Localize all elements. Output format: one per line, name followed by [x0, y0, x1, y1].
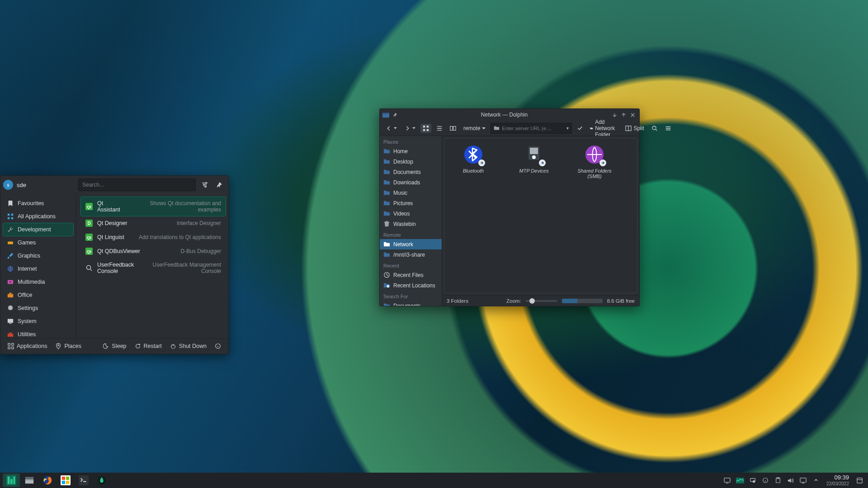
split-button[interactable]: Split	[623, 124, 646, 133]
app-userfeedback-console[interactable]: UserFeedback ConsoleUserFeedback Managem…	[81, 258, 226, 277]
category-label: Graphics	[18, 253, 40, 259]
compact-view-button[interactable]	[434, 124, 445, 133]
app-description: Shows Qt documentation and examples	[130, 200, 221, 213]
place-network[interactable]: Network	[380, 239, 442, 249]
task-file-manager[interactable]	[21, 474, 38, 487]
svg-rect-72	[857, 478, 862, 483]
forward-button[interactable]	[402, 124, 418, 133]
applications-tab[interactable]: Applications	[5, 341, 50, 351]
category-system[interactable]: System	[3, 315, 73, 328]
svg-point-47	[532, 155, 536, 159]
place-music[interactable]: Music	[380, 188, 442, 198]
search-field[interactable]	[82, 182, 192, 188]
place--mnt-i3-share[interactable]: /mnt/i3-share	[380, 249, 442, 260]
user-avatar[interactable]: s	[3, 180, 13, 190]
shutdown-button[interactable]: Shut Down	[167, 341, 209, 351]
location-label: remote	[463, 125, 480, 131]
zoom-slider[interactable]	[526, 300, 557, 302]
svg-point-0	[206, 183, 207, 184]
back-button[interactable]	[383, 124, 399, 133]
app-qt-assistant[interactable]: QtQt AssistantShows Qt documentation and…	[81, 197, 226, 216]
window-title: Network — Dolphin	[399, 112, 609, 118]
file-label: MTP Devices	[519, 168, 549, 174]
restart-button[interactable]: Restart	[132, 341, 165, 351]
task-terminal[interactable]	[75, 474, 92, 487]
svg-rect-52	[14, 477, 15, 484]
url-input[interactable]: ▾	[491, 123, 572, 134]
app-qt-qdbusviewer[interactable]: QtQt QDBusViewerD-Bus Debugger	[81, 244, 226, 258]
category-favourites[interactable]: Favourites	[3, 197, 73, 210]
hamburger-menu-button[interactable]	[663, 124, 674, 133]
place-label: Wastebin	[393, 221, 416, 227]
desktop-icon[interactable]	[722, 474, 733, 486]
task-ms-store[interactable]	[57, 474, 74, 487]
file-mtp-devices[interactable]: MTP Devices	[513, 144, 555, 174]
url-go-button[interactable]	[575, 124, 585, 132]
chevron-icon[interactable]	[810, 474, 822, 486]
category-internet[interactable]: Internet	[3, 263, 73, 275]
category-label: System	[18, 318, 37, 324]
task-firefox[interactable]	[39, 474, 56, 487]
location-breadcrumb[interactable]: remote	[461, 124, 488, 133]
sleep-button[interactable]: Sleep	[100, 341, 129, 351]
category-games[interactable]: Games	[3, 236, 73, 249]
place-downloads[interactable]: Downloads	[380, 177, 442, 188]
taskbar: 09:39 22/03/2022	[0, 473, 868, 488]
place-desktop[interactable]: Desktop	[380, 156, 442, 167]
chevron-down-icon[interactable]: ▾	[566, 126, 569, 131]
volume-icon[interactable]	[785, 474, 797, 486]
close-button[interactable]	[628, 111, 637, 119]
icon-grid[interactable]: BluetoothMTP DevicesShared Folders (SMB)	[444, 138, 637, 293]
pin-icon[interactable]	[214, 179, 225, 190]
notification-icon[interactable]	[854, 474, 865, 486]
app-qt-designer[interactable]: DQt DesignerInterface Designer	[81, 216, 226, 230]
about-button[interactable]	[212, 341, 224, 351]
place-videos[interactable]: Videos	[380, 208, 442, 219]
maximize-button[interactable]	[619, 111, 627, 119]
category-settings[interactable]: Settings	[3, 302, 73, 314]
category-development[interactable]: Development	[3, 223, 73, 236]
category-multimedia[interactable]: Multimedia	[3, 276, 73, 288]
search-input[interactable]	[78, 178, 196, 191]
place-documents[interactable]: Documents	[380, 167, 442, 177]
app-name: UserFeedback Console	[97, 262, 145, 274]
filter-icon[interactable]	[199, 179, 210, 190]
url-nav-button[interactable]	[448, 124, 458, 133]
clock-icon	[383, 272, 390, 278]
url-field[interactable]	[502, 126, 564, 131]
search-button[interactable]	[649, 124, 660, 133]
clipboard-icon[interactable]	[772, 474, 784, 486]
usage-icon[interactable]	[734, 474, 746, 486]
task-aether[interactable]	[93, 474, 110, 487]
pin-window-icon[interactable]	[391, 111, 399, 119]
place-recent-files[interactable]: Recent Files	[380, 270, 442, 280]
file-shared-folders-smb-[interactable]: Shared Folders (SMB)	[574, 144, 615, 179]
place-wastebin[interactable]: Wastebin	[380, 219, 442, 229]
info-icon[interactable]	[760, 474, 771, 486]
place-home[interactable]: Home	[380, 146, 442, 156]
task-app-launcher[interactable]	[3, 474, 20, 487]
system-icon	[7, 318, 14, 325]
places-tab[interactable]: Places	[52, 341, 84, 351]
svg-rect-33	[382, 112, 389, 113]
split-label: Split	[633, 125, 644, 131]
category-graphics[interactable]: Graphics	[3, 249, 73, 262]
disk-usage-bar	[562, 299, 603, 303]
category-all-applications[interactable]: All Applications	[3, 210, 73, 223]
network-icon[interactable]	[797, 474, 809, 486]
clock[interactable]: 09:39 22/03/2022	[823, 474, 853, 486]
app-qt-linguist[interactable]: QtQt LinguistAdd translations to Qt appl…	[81, 230, 226, 244]
place-documents[interactable]: Documents	[380, 300, 442, 306]
place-recent-locations[interactable]: Recent Locations	[380, 280, 442, 291]
category-office[interactable]: Office	[3, 289, 73, 301]
category-utilities[interactable]: Utilities	[3, 328, 73, 338]
file-bluetooth[interactable]: Bluetooth	[453, 144, 494, 174]
folder-plus-icon	[590, 125, 593, 131]
svg-point-1	[203, 184, 205, 186]
content-area: BluetoothMTP DevicesShared Folders (SMB)…	[442, 136, 639, 306]
place-pictures[interactable]: Pictures	[380, 198, 442, 208]
svg-rect-35	[427, 125, 429, 127]
app-description: D-Bus Debugger	[181, 248, 221, 254]
pin-icon[interactable]	[747, 474, 759, 486]
icon-view-button[interactable]	[420, 124, 431, 133]
